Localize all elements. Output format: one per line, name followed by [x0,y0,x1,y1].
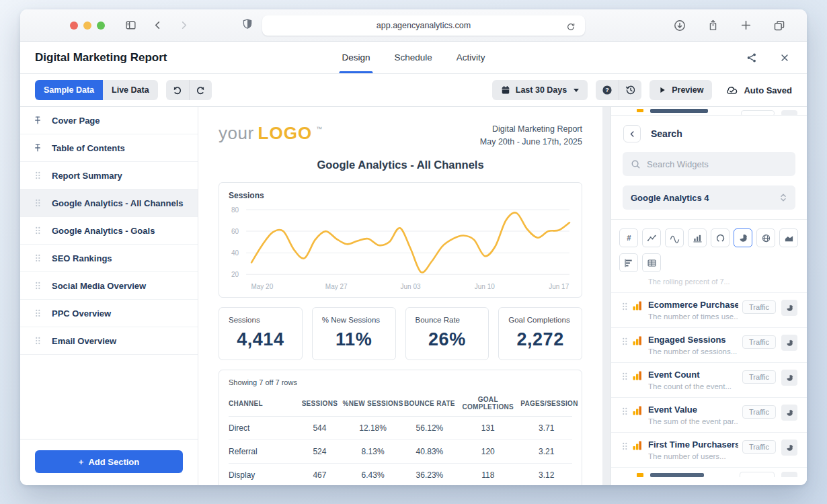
widget-type-pie-chart-button[interactable] [734,228,752,247]
widget-title: Event Count [648,370,738,380]
share-button[interactable] [705,17,721,34]
clipped-ga-icon [637,473,643,477]
sections-sidebar: Cover Page Table of Contents Report Summ… [20,107,198,485]
widget-type-area-chart-button[interactable] [779,228,798,247]
widget-category-badge: Traffic [742,405,776,419]
drag-handle-icon[interactable] [622,337,628,349]
widget-pie-button[interactable] [781,300,797,316]
address-bar[interactable]: app.agencyanalytics.com [262,15,585,36]
sidebar-item-cover-page[interactable]: Cover Page [20,107,198,134]
table-cell: 36.23% [404,464,456,485]
forward-button[interactable] [176,17,192,33]
widget-description: The sum of the event par... [648,417,738,425]
drag-handle-icon[interactable] [622,302,628,314]
help-button[interactable]: ? [596,80,619,100]
sidebar-item-email-overview[interactable]: Email Overview [20,327,198,355]
share-report-button[interactable] [744,50,760,66]
sidebar-item-report-summary[interactable]: Report Summary [20,162,198,190]
widget-type-geo-button[interactable] [756,228,775,247]
downloads-button[interactable] [671,17,688,34]
caret-down-icon [574,89,579,92]
close-window-button[interactable] [70,22,78,30]
widget-type-table-button[interactable] [642,253,661,272]
privacy-shield-icon[interactable] [242,18,253,32]
table-cell: 118 [455,464,520,485]
widget-item-first-time-purchasers[interactable]: First Time Purchasers The number of user… [611,433,807,468]
widget-item-engaged-sessions[interactable]: Engaged Sessions The number of sessions.… [611,328,807,363]
drag-handle-icon[interactable] [622,407,628,419]
sample-data-button[interactable]: Sample Data [35,80,103,100]
drag-handle-icon[interactable] [622,372,628,384]
table-cell: 6.43% [342,464,404,485]
sidebar-toggle-button[interactable] [122,17,139,34]
new-tab-button[interactable] [738,17,754,34]
search-widgets-input[interactable] [647,159,787,169]
pin-icon [32,143,43,153]
date-range-button[interactable]: Last 30 Days [492,80,588,100]
tab-schedule[interactable]: Schedule [394,42,432,73]
widget-type-gauge-button[interactable] [711,228,730,247]
widget-pie-button[interactable] [781,439,797,456]
minimize-window-button[interactable] [83,22,91,30]
report-toolbar: Sample Data Live Data Last 30 Days ? [20,74,807,107]
widgets-panel: Search Google Analytics 4 # [611,107,807,485]
address-area: app.agencyanalytics.com [242,15,585,36]
sidebar-item-table-of-contents[interactable]: Table of Contents [20,134,198,162]
widget-type-line-chart-button[interactable] [642,228,661,247]
scrollbar-gutter[interactable] [602,107,611,485]
redo-button[interactable] [189,80,212,100]
pie-mini-icon [785,304,794,312]
undo-button[interactable] [166,80,189,100]
live-data-button[interactable]: Live Data [103,80,158,100]
widget-pie-button[interactable] [781,405,797,421]
widget-item-event-value[interactable]: Event Value The sum of the event par... … [611,398,807,433]
sidebar-item-label: SEO Rankings [52,253,112,263]
widget-description: The number of times use... [648,312,738,321]
widget-type-bar-chart-button[interactable] [619,253,638,272]
clipped-widget-description: The rolling percent of 7... [611,275,807,293]
reload-icon[interactable] [563,19,578,34]
sidebar-item-seo-rankings[interactable]: SEO Rankings [20,245,198,272]
add-section-area: + Add Section [20,439,198,485]
integration-select[interactable]: Google Analytics 4 [623,185,795,210]
widget-type-sparkline-button[interactable] [665,228,684,247]
drag-handle-icon[interactable] [622,442,628,454]
svg-text:Jun 17: Jun 17 [549,283,569,290]
stat-label: % New Sessions [322,316,386,324]
widget-description: The number of sessions... [648,347,738,355]
tab-design[interactable]: Design [342,42,370,73]
pin-icon [32,116,43,125]
stat-card-goal-completions: Goal Completions 2,272 [498,307,582,360]
sidebar-item-label: Email Overview [52,336,116,346]
widget-type-number-button[interactable]: # [619,228,638,247]
report-meta-title: Digital Marketing Report [480,123,582,136]
back-chevron-button[interactable] [623,125,641,142]
widget-pie-button[interactable] [781,335,797,351]
table-cell: 131 [455,417,520,440]
sidebar-item-label: Report Summary [52,171,122,181]
widget-type-column-chart-button[interactable] [688,228,707,247]
widget-item-ecommerce-purchases[interactable]: Ecommerce Purchases The number of times … [611,293,807,328]
sidebar-item-ppc-overview[interactable]: PPC Overview [20,300,198,327]
page-title: Digital Marketing Report [35,51,167,65]
svg-text:60: 60 [231,227,239,235]
zoom-window-button[interactable] [97,22,105,30]
calendar-icon [501,85,510,95]
preview-button[interactable]: Preview [649,80,712,100]
add-section-button[interactable]: + Add Section [35,450,183,473]
widget-item-event-count[interactable]: Event Count The count of the event... Tr… [611,363,807,398]
close-report-button[interactable] [777,50,792,65]
tab-activity[interactable]: Activity [457,42,485,73]
tab-overview-button[interactable] [771,17,788,34]
widget-description: The number of users... [648,452,738,460]
widget-pie-button[interactable] [781,370,797,386]
sidebar-item-google-analytics-all-channels[interactable]: Google Analytics - All Channels [20,190,198,217]
widget-title: Ecommerce Purchases [648,300,738,310]
clipped-widget-row [611,107,807,116]
widgets-panel-title: Search [651,128,682,139]
sidebar-item-google-analytics-goals[interactable]: Google Analytics - Goals [20,217,198,245]
clipped-title [650,109,708,113]
back-button[interactable] [150,17,165,33]
sidebar-item-social-media-overview[interactable]: Social Media Overview [20,272,198,300]
history-button[interactable] [619,80,641,100]
